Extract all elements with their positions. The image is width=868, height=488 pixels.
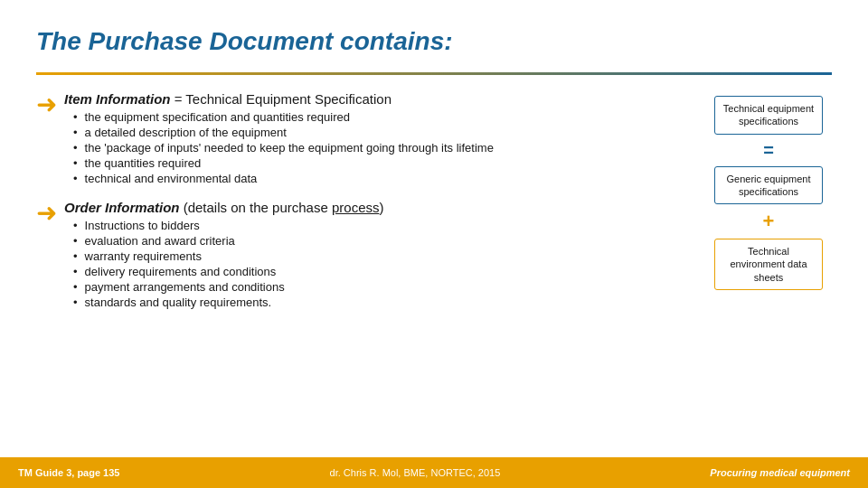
equals-icon: = <box>763 140 774 161</box>
list-item: Instructions to bidders <box>73 219 696 232</box>
plus-icon: + <box>763 210 775 233</box>
list-item: the quantities required <box>73 156 696 170</box>
footer-left: TM Guide 3, page 135 <box>18 467 119 478</box>
item-information-body: Item Information = Technical Equipment S… <box>64 91 696 187</box>
order-information-title: Order Information (details on the purcha… <box>64 200 696 215</box>
content-area: ➜ Item Information = Technical Equipment… <box>36 91 832 324</box>
order-information-heading-rest-pre: (details on the purchase <box>180 200 332 215</box>
list-item: warranty requirements <box>73 249 696 263</box>
list-item: delivery requirements and conditions <box>73 265 696 278</box>
footer-right: Procuring medical equipment <box>710 467 850 478</box>
footer: TM Guide 3, page 135 dr. Chris R. Mol, B… <box>0 457 868 488</box>
order-information-section: ➜ Order Information (details on the purc… <box>36 200 696 311</box>
technical-environment-box: Technical environment data sheets <box>714 239 823 290</box>
footer-center: dr. Chris R. Mol, BME, NORTEC, 2015 <box>330 467 501 478</box>
slide: The Purchase Document contains: ➜ Item I… <box>0 0 868 488</box>
technical-equipment-box: Technical equipment specifications <box>714 96 823 135</box>
right-panel: Technical equipment specifications = Gen… <box>705 91 832 324</box>
list-item: payment arrangements and conditions <box>73 280 696 294</box>
item-information-list: the equipment specification and quantiti… <box>64 110 696 185</box>
list-item: the 'package of inputs' needed to keep t… <box>73 141 696 155</box>
order-information-heading-italic: Order Information <box>64 200 180 215</box>
generic-equipment-box: Generic equipment specifications <box>714 166 823 205</box>
order-information-process: process <box>332 200 380 215</box>
order-information-list: Instructions to bidders evaluation and a… <box>64 219 696 309</box>
left-content: ➜ Item Information = Technical Equipment… <box>36 91 696 324</box>
arrow-icon-2: ➜ <box>36 198 57 228</box>
divider <box>36 72 832 75</box>
slide-title: The Purchase Document contains: <box>36 27 832 56</box>
item-information-heading-rest: = Technical Equipment Specification <box>171 91 392 107</box>
item-information-section: ➜ Item Information = Technical Equipment… <box>36 91 696 187</box>
item-information-heading-italic: Item Information <box>64 91 171 107</box>
item-information-title: Item Information = Technical Equipment S… <box>64 91 696 107</box>
arrow-icon-1: ➜ <box>36 89 57 119</box>
list-item: the equipment specification and quantiti… <box>73 110 696 124</box>
list-item: evaluation and award criteria <box>73 234 696 248</box>
order-information-heading-rest-post: ) <box>379 200 383 215</box>
list-item: technical and environmental data <box>73 172 696 185</box>
list-item: a detailed description of the equipment <box>73 126 696 139</box>
order-information-body: Order Information (details on the purcha… <box>64 200 696 311</box>
list-item: standards and quality requirements. <box>73 296 696 309</box>
